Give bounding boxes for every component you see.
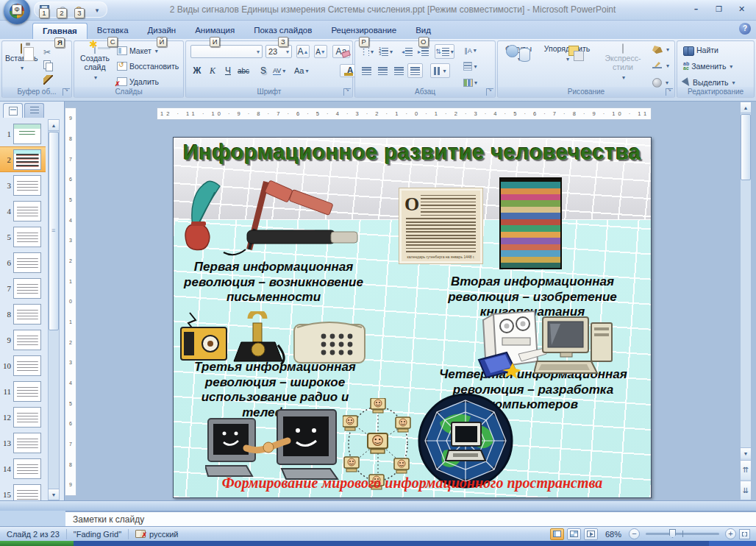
paste-button[interactable]: Вставить <box>5 44 38 72</box>
slide-thumbnail-5[interactable]: 5 <box>0 224 46 249</box>
drawing-dialog-launcher[interactable] <box>666 88 673 96</box>
radio-telephones-image[interactable] <box>179 311 369 367</box>
grow-font-button[interactable]: А▲ <box>296 45 310 58</box>
tab-Главная[interactable]: ГлавнаяЯ <box>32 23 88 39</box>
save-button[interactable]: 1 <box>38 3 51 16</box>
select-button[interactable]: Выделить <box>683 78 735 87</box>
align-right-button[interactable] <box>391 63 407 78</box>
replace-button[interactable]: abасЗаменить <box>683 62 732 71</box>
slide-sorter-view-button[interactable] <box>567 528 581 540</box>
outline-tab[interactable] <box>24 103 44 118</box>
format-painter-button[interactable] <box>43 75 53 85</box>
reset-slide-button[interactable]: Восстановить <box>117 62 179 71</box>
vertical-ruler[interactable]: 9876543210123456789 <box>65 107 76 496</box>
slide-canvas[interactable]: Информационное развитие человечества кал… <box>173 137 652 498</box>
justify-button[interactable] <box>407 63 423 78</box>
main-vertical-scrollbar[interactable]: ▲ ▼ ⇈ ⇊ <box>740 102 752 500</box>
previous-slide-button[interactable]: ⇈ <box>741 460 751 479</box>
slide-thumbnail-10[interactable]: 10 <box>0 352 46 378</box>
next-slide-button[interactable]: ⇊ <box>741 481 751 500</box>
undo-button[interactable]: 2 <box>55 3 68 16</box>
zoom-level[interactable]: 68% <box>601 530 626 539</box>
slide-thumbnail-4[interactable]: 4 <box>0 198 46 224</box>
manuscript-image[interactable]: календарь гутенберга на январь 1448 г. <box>399 188 482 263</box>
close-button[interactable] <box>732 3 752 15</box>
minimize-button[interactable] <box>686 3 706 15</box>
shrink-font-button[interactable]: А▼ <box>314 45 327 58</box>
spellcheck-status[interactable]: русский <box>129 529 185 539</box>
zoom-out-button[interactable]: − <box>629 528 640 539</box>
qat-customize-button[interactable] <box>90 3 104 16</box>
columns-button[interactable] <box>430 63 450 78</box>
redo-button[interactable]: 3 <box>73 3 86 16</box>
tab-Вставка[interactable]: ВставкаС <box>88 23 138 39</box>
decrease-indent-button[interactable] <box>399 44 415 59</box>
font-name-combo[interactable]: ▾ <box>190 45 263 58</box>
text-shadow-button[interactable]: S <box>257 64 270 77</box>
font-dialog-launcher[interactable] <box>343 88 351 96</box>
bold-button[interactable]: Ж <box>190 64 204 77</box>
scrollbar-thumb[interactable] <box>741 114 751 180</box>
slide-thumbnail-14[interactable]: 14 <box>0 455 46 481</box>
zoom-slider[interactable] <box>646 533 719 535</box>
horizontal-ruler[interactable]: 12 · 11 · 10 · 9 · 8 · 7 · 6 · 5 · 4 · 3… <box>157 107 652 120</box>
italic-button[interactable]: К <box>206 64 219 77</box>
scrollbar-thumb[interactable] <box>49 132 59 330</box>
help-button[interactable]: ? <box>739 23 751 35</box>
underline-button[interactable]: Ч <box>221 64 235 77</box>
restore-button[interactable] <box>709 3 729 15</box>
slide-footer-text[interactable]: Формирование мирового информационного пр… <box>174 475 651 492</box>
computers-handshake-image[interactable] <box>205 407 340 481</box>
shape-outline-button[interactable] <box>652 62 669 70</box>
copy-button[interactable] <box>43 60 52 70</box>
clipboard-dialog-launcher[interactable] <box>63 88 70 96</box>
cut-button[interactable] <box>43 47 51 57</box>
slideshow-view-button[interactable] <box>584 528 598 540</box>
text-direction-button[interactable] <box>463 43 478 57</box>
normal-view-button[interactable] <box>550 528 564 540</box>
tab-Дизайн[interactable]: ДизайнЙ <box>138 23 186 39</box>
slide-thumbnail-15[interactable]: 15 <box>0 481 46 500</box>
thumbnails-scrollbar[interactable]: ▲ ▼ <box>48 119 60 500</box>
change-case-button[interactable]: Aa <box>293 64 309 77</box>
tab-Анимация[interactable]: АнимацияИ <box>185 23 244 39</box>
tab-Показ слайдов[interactable]: Показ слайдовЗ <box>244 23 321 39</box>
layout-button[interactable]: Макет <box>117 46 158 55</box>
paragraph-dialog-launcher[interactable] <box>486 88 493 96</box>
align-center-button[interactable] <box>375 63 391 78</box>
line-spacing-button[interactable] <box>435 44 454 59</box>
slide-thumbnail-8[interactable]: 8 <box>0 301 46 327</box>
shapes-button[interactable]: Фигуры <box>501 44 536 63</box>
slide-thumbnail-1[interactable]: 1 <box>0 121 46 146</box>
slide-thumbnail-11[interactable]: 11 <box>0 378 46 404</box>
start-button-fragment[interactable] <box>0 541 74 546</box>
desktop-computer-image[interactable] <box>534 316 616 377</box>
new-slide-button[interactable]: Создать слайд <box>76 44 114 81</box>
zoom-slider-handle[interactable] <box>669 529 676 538</box>
shape-fill-button[interactable] <box>652 46 669 54</box>
align-left-button[interactable] <box>359 63 374 78</box>
text-block-first-revolution[interactable]: Первая информационная революция – возник… <box>175 260 372 305</box>
clear-formatting-button[interactable]: Аа <box>332 45 350 58</box>
slide-thumbnail-3[interactable]: 3 <box>0 172 46 198</box>
strikethrough-button[interactable]: abc <box>237 64 250 77</box>
slides-tab[interactable] <box>3 103 23 118</box>
writing-tools-image[interactable] <box>179 176 365 263</box>
books-stack-image[interactable] <box>499 177 562 269</box>
slide-counter[interactable]: Слайд 2 из 23 <box>0 529 67 539</box>
quick-styles-button[interactable]: Экспресс-стили <box>598 44 648 81</box>
slide-thumbnail-6[interactable]: 6 <box>0 249 46 275</box>
slide-title[interactable]: Информационное развитие человечества <box>181 141 643 165</box>
notes-pane[interactable]: Заметки к слайду <box>65 511 756 526</box>
slide-thumbnail-13[interactable]: 13 <box>0 430 46 455</box>
slide-thumbnail-12[interactable]: 12 <box>0 404 46 430</box>
tab-Рецензирование[interactable]: РецензированиеР <box>321 23 406 39</box>
scroll-down-icon[interactable]: ▼ <box>49 489 59 500</box>
slide-thumbnail-9[interactable]: 9 <box>0 327 46 352</box>
scroll-down-icon[interactable]: ▼ <box>741 447 751 458</box>
scroll-up-icon[interactable]: ▲ <box>49 120 59 131</box>
scroll-up-icon[interactable]: ▲ <box>741 102 751 113</box>
notes-splitter[interactable] <box>0 500 756 511</box>
slide-thumbnail-2[interactable]: 2 <box>0 146 46 172</box>
numbering-button[interactable]: 123 <box>378 44 393 59</box>
